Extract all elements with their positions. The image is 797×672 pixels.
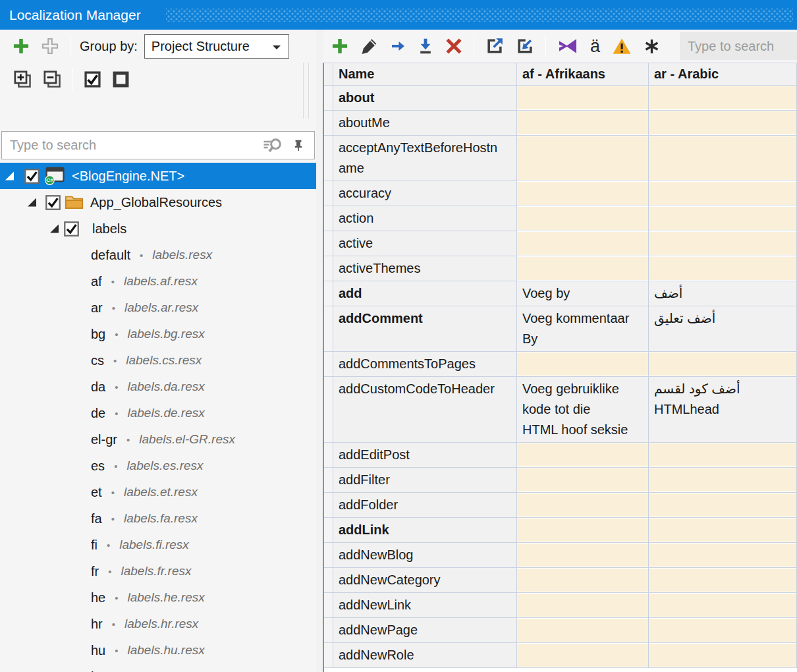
folder-checkbox[interactable] xyxy=(45,195,61,210)
edit-entry-button[interactable] xyxy=(359,36,379,57)
key-cell[interactable]: addComment xyxy=(333,306,517,351)
key-cell[interactable]: addFilter xyxy=(333,468,517,492)
tree-node-folder[interactable]: App_GlobalResources xyxy=(0,189,316,215)
tree-node-resource-file[interactable]: ar • labels.ar.resx xyxy=(0,294,316,321)
pane-splitter[interactable] xyxy=(316,30,323,672)
afrikaans-value-cell[interactable] xyxy=(517,543,649,567)
row-header-cell[interactable] xyxy=(324,468,333,492)
expand-all-button[interactable] xyxy=(13,69,33,90)
key-cell[interactable]: addNewPage xyxy=(333,618,517,642)
afrikaans-value-cell[interactable] xyxy=(517,518,649,542)
check-all-button[interactable] xyxy=(83,70,102,89)
arabic-value-cell[interactable] xyxy=(649,568,797,592)
column-header-name[interactable]: Name xyxy=(333,63,517,85)
umlaut-toggle-button[interactable]: ä xyxy=(589,36,601,57)
row-header-cell[interactable] xyxy=(324,443,333,467)
grid-search-box[interactable] xyxy=(680,32,797,60)
project-checkbox[interactable] xyxy=(24,169,40,184)
row-header-cell[interactable] xyxy=(324,518,333,542)
key-cell[interactable]: acceptAnyTextBeforeHostname xyxy=(333,136,517,181)
key-cell[interactable]: addNewCategory xyxy=(333,568,517,592)
filter-search-icon[interactable] xyxy=(261,136,284,155)
afrikaans-value-cell[interactable] xyxy=(517,568,649,592)
afrikaans-value-cell[interactable]: Voeg by xyxy=(517,281,649,306)
tree-node-resource-file[interactable]: et • labels.et.resx xyxy=(0,479,316,505)
row-header-cell[interactable] xyxy=(324,493,333,517)
tree-node-resource-file[interactable]: he • labels.he.resx xyxy=(0,584,316,611)
arabic-value-cell[interactable] xyxy=(649,136,797,181)
row-header-cell[interactable] xyxy=(324,281,333,306)
arabic-value-cell[interactable] xyxy=(649,593,797,617)
export-button[interactable] xyxy=(484,36,505,57)
arabic-value-cell[interactable] xyxy=(649,231,797,256)
arabic-value-cell[interactable] xyxy=(649,352,797,376)
afrikaans-value-cell[interactable] xyxy=(517,111,649,135)
afrikaans-value-cell[interactable] xyxy=(517,493,649,517)
afrikaans-value-cell[interactable] xyxy=(517,86,649,110)
row-header-cell[interactable] xyxy=(324,306,333,351)
key-cell[interactable]: addCustomCodeToHeader xyxy=(333,377,517,442)
arabic-value-cell[interactable] xyxy=(649,493,797,517)
key-cell[interactable]: about xyxy=(333,86,517,110)
key-cell[interactable]: addNewRole xyxy=(333,643,517,667)
collapse-all-button[interactable] xyxy=(42,69,63,90)
add-language-button[interactable] xyxy=(11,36,31,56)
tree-search-box[interactable] xyxy=(1,131,315,159)
arabic-value-cell[interactable] xyxy=(649,543,797,567)
expanded-triangle-icon[interactable] xyxy=(50,225,59,233)
group-checkbox[interactable] xyxy=(64,221,79,237)
arabic-value-cell[interactable] xyxy=(649,111,797,135)
tree-node-project[interactable]: C# <BlogEngine.NET> xyxy=(0,163,316,189)
row-header-cell[interactable] xyxy=(324,86,333,110)
afrikaans-value-cell[interactable] xyxy=(517,206,649,231)
tree-node-resource-file[interactable]: is • labels.is.resx xyxy=(0,663,316,672)
row-header-cell[interactable] xyxy=(324,256,333,281)
arabic-value-cell[interactable] xyxy=(649,256,797,281)
tree-node-resource-file[interactable]: fa • labels.fa.resx xyxy=(0,505,316,532)
row-header-cell[interactable] xyxy=(324,377,333,442)
move-entry-button[interactable] xyxy=(389,37,407,55)
afrikaans-value-cell[interactable] xyxy=(517,643,649,667)
tree-node-group[interactable]: labels xyxy=(0,215,316,242)
expanded-triangle-icon[interactable] xyxy=(5,172,14,181)
afrikaans-value-cell[interactable] xyxy=(517,136,649,181)
row-header-cell[interactable] xyxy=(324,543,333,567)
arabic-value-cell[interactable]: أضف كود لقسم HTMLhead xyxy=(649,377,797,442)
tree-node-resource-file[interactable]: es • labels.es.resx xyxy=(0,453,316,479)
key-cell[interactable]: add xyxy=(333,281,517,306)
row-header-cell[interactable] xyxy=(324,593,333,617)
tree-node-resource-file[interactable]: cs • labels.cs.resx xyxy=(0,347,316,374)
arabic-value-cell[interactable] xyxy=(649,181,797,206)
key-cell[interactable]: addNewBlog xyxy=(333,543,517,567)
add-entry-button[interactable] xyxy=(330,36,350,56)
key-cell[interactable]: addEditPost xyxy=(333,443,517,467)
add-disabled-button[interactable] xyxy=(40,36,60,56)
afrikaans-value-cell[interactable]: Voeg gebruiklike kode tot die HTML hoof … xyxy=(517,377,649,442)
row-header-cell[interactable] xyxy=(324,136,333,181)
tree-node-resource-file[interactable]: default • labels.resx xyxy=(0,242,316,268)
afrikaans-value-cell[interactable] xyxy=(517,181,649,206)
download-button[interactable] xyxy=(416,36,435,56)
arabic-value-cell[interactable] xyxy=(649,468,797,492)
row-header-cell[interactable] xyxy=(324,352,333,376)
afrikaans-value-cell[interactable] xyxy=(517,231,649,256)
afrikaans-value-cell[interactable]: Voeg kommentaar By xyxy=(517,306,649,351)
expanded-triangle-icon[interactable] xyxy=(28,198,36,207)
tree-node-resource-file[interactable]: el-gr • labels.el-GR.resx xyxy=(0,426,316,453)
arabic-value-cell[interactable]: أضف xyxy=(649,281,797,306)
key-cell[interactable]: addFolder xyxy=(333,493,517,517)
arabic-value-cell[interactable] xyxy=(649,206,797,231)
arabic-value-cell[interactable] xyxy=(649,618,797,642)
afrikaans-value-cell[interactable] xyxy=(517,468,649,492)
key-cell[interactable]: accuracy xyxy=(333,181,517,206)
arabic-value-cell[interactable] xyxy=(649,518,797,542)
tree-node-resource-file[interactable]: de • labels.de.resx xyxy=(0,400,316,426)
visual-studio-button[interactable] xyxy=(556,36,580,56)
tree-node-resource-file[interactable]: bg • labels.bg.resx xyxy=(0,321,316,347)
key-cell[interactable]: activeThemes xyxy=(333,256,517,281)
arabic-value-cell[interactable] xyxy=(649,643,797,667)
key-cell[interactable]: addCommentsToPages xyxy=(333,352,517,376)
arabic-value-cell[interactable] xyxy=(649,86,797,110)
key-cell[interactable]: aboutMe xyxy=(333,111,517,135)
afrikaans-value-cell[interactable] xyxy=(517,618,649,642)
